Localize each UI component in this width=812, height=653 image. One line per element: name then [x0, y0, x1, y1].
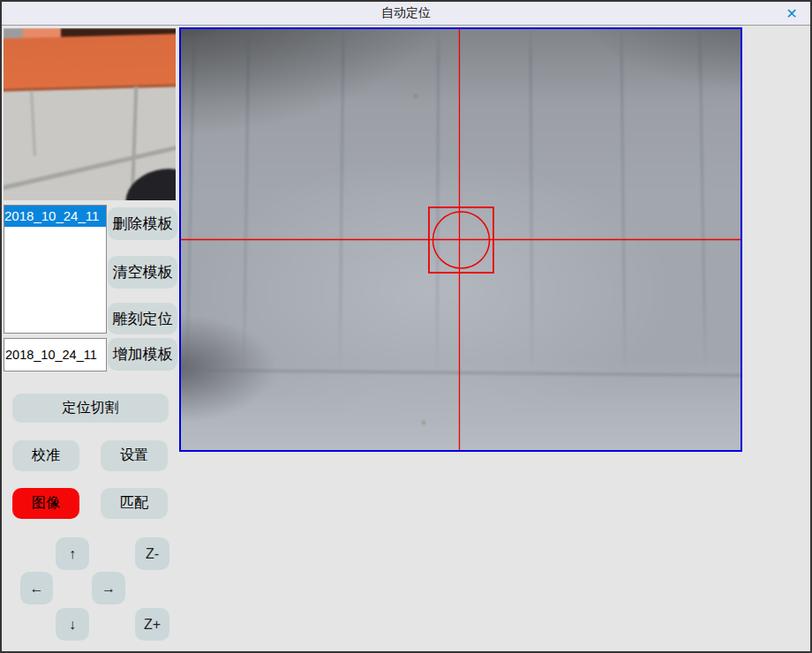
dialog-title: 自动定位	[381, 5, 431, 21]
clear-template-button[interactable]: 清空模板	[108, 256, 177, 289]
camera-feed	[181, 29, 741, 450]
delete-template-button[interactable]: 删除模板	[108, 207, 177, 240]
z-plus-button[interactable]: Z+	[135, 608, 169, 641]
jog-up-button[interactable]: ↑	[56, 537, 89, 570]
jog-down-button[interactable]: ↓	[56, 608, 89, 641]
thumbnail-photo	[4, 28, 176, 200]
jog-left-button[interactable]: ←	[20, 572, 53, 604]
add-template-button[interactable]: 增加模板	[108, 338, 177, 371]
template-thumbnail	[4, 28, 176, 200]
engrave-position-button[interactable]: 雕刻定位	[108, 303, 177, 334]
close-icon[interactable]: ✕	[782, 4, 801, 23]
dark-object	[120, 161, 176, 200]
z-minus-button[interactable]: Z-	[135, 537, 169, 570]
crosshair-overlay	[181, 29, 741, 450]
titlebar: 自动定位 ✕	[2, 2, 810, 26]
settings-button[interactable]: 设置	[101, 440, 168, 471]
match-button[interactable]: 匹配	[101, 488, 168, 519]
image-button[interactable]: 图像	[12, 488, 79, 519]
camera-view[interactable]	[179, 27, 742, 452]
position-cut-button[interactable]: 定位切割	[12, 394, 169, 423]
template-list-item[interactable]: 2018_10_24_11	[4, 206, 106, 227]
auto-position-dialog: 自动定位 ✕ 2018_10_24_11 删除模板 清空模板 雕刻定位 增加模板…	[0, 0, 812, 653]
template-name-input[interactable]	[4, 338, 107, 372]
jog-right-button[interactable]: →	[92, 572, 125, 604]
template-list[interactable]: 2018_10_24_11	[4, 205, 107, 334]
calibrate-button[interactable]: 校准	[12, 440, 79, 471]
